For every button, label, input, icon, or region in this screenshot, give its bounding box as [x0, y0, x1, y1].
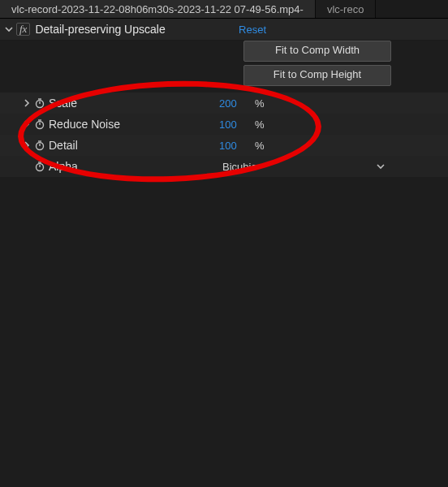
- param-unit: %: [255, 140, 265, 152]
- dropdown-value: Bicubic: [222, 161, 256, 173]
- param-value-detail[interactable]: 100: [219, 140, 253, 152]
- chevron-right-icon[interactable]: [21, 99, 32, 107]
- param-row-detail: Detail 100 %: [0, 135, 448, 156]
- fit-to-comp-width-button[interactable]: Fit to Comp Width: [243, 41, 391, 62]
- document-tab-inactive[interactable]: vlc-reco: [316, 0, 377, 18]
- param-label: Scale: [47, 97, 219, 110]
- param-label: Detail: [47, 139, 219, 152]
- effect-name: Detail-preserving Upscale: [35, 23, 165, 36]
- param-value-reduce-noise[interactable]: 100: [219, 119, 253, 131]
- param-row-reduce-noise: Reduce Noise 100 %: [0, 114, 448, 135]
- fx-badge-icon[interactable]: fx: [16, 23, 30, 36]
- alpha-dropdown[interactable]: Bicubic: [219, 157, 391, 175]
- tab-label: vlc-reco: [327, 3, 364, 15]
- chevron-right-icon[interactable]: [21, 120, 32, 128]
- param-unit: %: [255, 97, 265, 110]
- param-label: Reduce Noise: [47, 118, 219, 131]
- param-row-alpha: Alpha Bicubic: [0, 156, 448, 177]
- document-tab-bar: vlc-record-2023-11-22-08h06m30s-2023-11-…: [0, 0, 448, 19]
- stopwatch-icon[interactable]: [32, 140, 47, 151]
- param-unit: %: [255, 119, 265, 131]
- stopwatch-icon[interactable]: [32, 119, 47, 130]
- param-value-scale[interactable]: 200: [219, 97, 253, 110]
- effect-header: fx Detail-preserving Upscale Reset: [0, 19, 448, 41]
- stopwatch-icon[interactable]: [32, 97, 47, 109]
- chevron-right-icon[interactable]: [21, 141, 32, 149]
- tab-label: vlc-record-2023-11-22-08h06m30s-2023-11-…: [11, 3, 304, 15]
- stopwatch-icon[interactable]: [32, 161, 47, 172]
- document-tab-active[interactable]: vlc-record-2023-11-22-08h06m30s-2023-11-…: [0, 0, 316, 18]
- param-label: Alpha: [47, 160, 219, 173]
- reset-link[interactable]: Reset: [239, 24, 266, 36]
- chevron-down-icon: [377, 162, 385, 171]
- fit-buttons-group: Fit to Comp Width Fit to Comp Height: [243, 41, 391, 86]
- collapse-icon[interactable]: [3, 25, 15, 33]
- fit-to-comp-height-button[interactable]: Fit to Comp Height: [243, 65, 391, 86]
- param-list: Scale 200 % Reduce Noise 100 % Detail 10…: [0, 93, 448, 177]
- param-row-scale: Scale 200 %: [0, 93, 448, 114]
